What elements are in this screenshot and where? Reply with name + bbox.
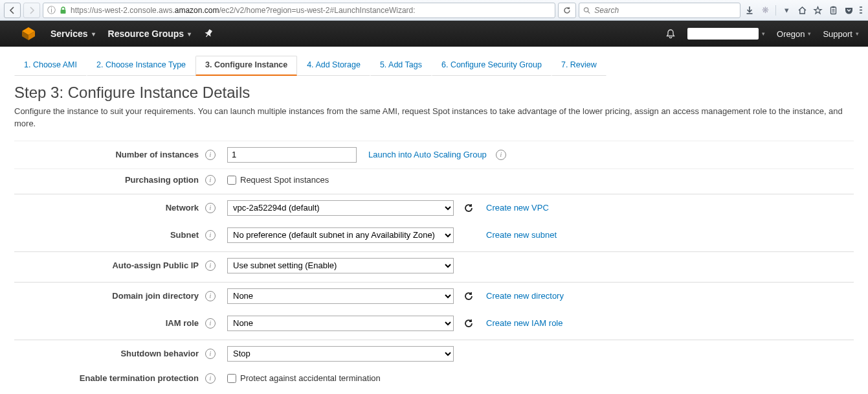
row-subnet: Subnet i No preference (default subnet i… (14, 222, 854, 249)
refresh-icon[interactable] (463, 318, 474, 329)
label-domain-directory: Domain join directory (14, 291, 205, 301)
toolbar-separator (775, 5, 776, 16)
url-bar[interactable]: ⓘ https://us-west-2.console.aws.amazon.c… (43, 3, 555, 18)
refresh-icon[interactable] (463, 290, 474, 302)
spot-instances-checkbox-label: Request Spot instances (240, 175, 329, 185)
url-text: https://us-west-2.console.aws.amazon.com… (71, 6, 551, 15)
row-domain-directory: Domain join directory i None Create new … (14, 282, 854, 310)
subnet-select[interactable]: No preference (default subnet in any Ava… (227, 227, 454, 243)
label-termination-protection: Enable termination protection (14, 373, 205, 383)
tab-choose-ami[interactable]: 1. Choose AMI (14, 56, 87, 76)
spot-instances-checkbox-wrap[interactable]: Request Spot instances (227, 175, 329, 185)
termination-protection-checkbox-wrap[interactable]: Protect against accidental termination (227, 373, 381, 383)
downloads-icon[interactable] (743, 4, 756, 17)
tab-security-group[interactable]: 6. Configure Security Group (432, 56, 551, 76)
public-ip-select[interactable]: Use subnet setting (Enable) (227, 258, 454, 273)
tab-add-storage[interactable]: 4. Add Storage (297, 56, 370, 76)
bookmark-star-icon[interactable] (811, 4, 824, 17)
forward-button[interactable] (23, 3, 40, 18)
reload-button[interactable] (558, 3, 576, 18)
info-icon[interactable]: i (205, 203, 216, 213)
search-icon (583, 6, 590, 14)
info-icon[interactable]: i (205, 261, 216, 271)
svg-rect-5 (832, 6, 834, 7)
row-shutdown-behavior: Shutdown behavior i Stop (14, 340, 854, 367)
info-icon[interactable]: i (205, 318, 216, 329)
network-select[interactable]: vpc-2a52294d (default) (227, 200, 454, 216)
label-shutdown-behavior: Shutdown behavior (14, 349, 205, 358)
notifications-icon[interactable] (665, 29, 676, 40)
chevron-down-icon: ▾ (856, 30, 859, 37)
lock-icon (60, 6, 67, 14)
tab-add-tags[interactable]: 5. Add Tags (370, 56, 432, 76)
page-description: Configure the instance to suit your requ… (14, 106, 854, 130)
clipboard-icon[interactable] (827, 4, 840, 17)
chevron-down-icon: ▾ (188, 30, 191, 38)
support-menu[interactable]: Support ▾ (823, 29, 859, 39)
termination-protection-checkbox[interactable] (227, 374, 236, 383)
svg-line-2 (588, 11, 590, 13)
info-icon[interactable]: i (205, 150, 216, 160)
domain-directory-select[interactable]: None (227, 288, 454, 304)
label-iam-role: IAM role (14, 318, 205, 328)
info-icon[interactable]: i (205, 291, 216, 301)
chevron-down-icon[interactable]: ▾ (780, 4, 793, 17)
iam-role-select[interactable]: None (227, 316, 454, 331)
refresh-icon[interactable] (463, 202, 474, 214)
wizard-tabs: 1. Choose AMI 2. Choose Instance Type 3.… (0, 47, 868, 76)
region-menu[interactable]: Oregon ▾ (777, 29, 811, 39)
pin-icon[interactable] (204, 29, 213, 38)
label-subnet: Subnet (14, 230, 205, 240)
browser-search-input[interactable] (594, 6, 736, 15)
aws-logo-icon[interactable] (19, 25, 38, 43)
services-label: Services (50, 29, 88, 39)
label-public-ip: Auto-assign Public IP (14, 261, 205, 270)
support-label: Support (823, 29, 852, 39)
create-directory-link[interactable]: Create new directory (486, 291, 564, 301)
row-termination-protection: Enable termination protection i Protect … (14, 367, 854, 389)
termination-protection-checkbox-label: Protect against accidental termination (240, 373, 381, 383)
info-icon[interactable]: i (205, 175, 216, 185)
shutdown-behavior-select[interactable]: Stop (227, 346, 454, 362)
row-public-ip: Auto-assign Public IP i Use subnet setti… (14, 251, 854, 279)
number-of-instances-input[interactable] (227, 147, 357, 163)
spot-instances-checkbox[interactable] (227, 176, 236, 185)
chevron-down-icon: ▾ (92, 30, 95, 38)
services-menu[interactable]: Services ▾ (50, 29, 95, 39)
resource-groups-label: Resource Groups (108, 29, 184, 39)
info-icon[interactable]: i (205, 230, 216, 240)
info-icon[interactable]: i (205, 349, 216, 359)
tab-review[interactable]: 7. Review (551, 56, 606, 76)
back-button[interactable] (4, 3, 21, 18)
region-label: Oregon (777, 29, 805, 39)
page-title: Step 3: Configure Instance Details (14, 84, 854, 102)
create-subnet-link[interactable]: Create new subnet (486, 230, 557, 240)
launch-asg-link[interactable]: Launch into Auto Scaling Group (368, 150, 487, 159)
account-menu[interactable]: ▾ (687, 28, 765, 40)
info-icon[interactable]: ⓘ (47, 5, 56, 16)
create-iam-role-link[interactable]: Create new IAM role (486, 318, 563, 328)
menu-icon[interactable] (858, 4, 864, 17)
tab-configure-instance[interactable]: 3. Configure Instance (195, 56, 297, 76)
svg-rect-0 (61, 10, 66, 14)
label-network: Network (14, 203, 205, 213)
row-purchasing-option: Purchasing option i Request Spot instanc… (14, 168, 854, 191)
info-icon[interactable]: i (496, 150, 506, 160)
home-icon[interactable] (796, 4, 808, 17)
row-network: Network i vpc-2a52294d (default) Create … (14, 194, 854, 222)
info-icon[interactable]: i (205, 373, 216, 384)
create-vpc-link[interactable]: Create new VPC (486, 203, 549, 213)
addon-icon[interactable]: ❋ (759, 4, 772, 17)
main-content: Step 3: Configure Instance Details Confi… (0, 76, 868, 394)
pocket-icon[interactable] (842, 4, 855, 17)
browser-search[interactable] (579, 3, 740, 18)
row-iam-role: IAM role i None Create new IAM role (14, 310, 854, 337)
label-number-of-instances: Number of instances (14, 150, 205, 159)
browser-chrome: ⓘ https://us-west-2.console.aws.amazon.c… (0, 0, 868, 21)
tab-choose-instance-type[interactable]: 2. Choose Instance Type (87, 56, 195, 76)
resource-groups-menu[interactable]: Resource Groups ▾ (108, 29, 191, 39)
svg-point-1 (584, 7, 588, 11)
chevron-down-icon: ▾ (808, 30, 811, 37)
aws-header: Services ▾ Resource Groups ▾ ▾ Oregon ▾ … (0, 21, 868, 47)
row-number-of-instances: Number of instances i Launch into Auto S… (14, 141, 854, 168)
